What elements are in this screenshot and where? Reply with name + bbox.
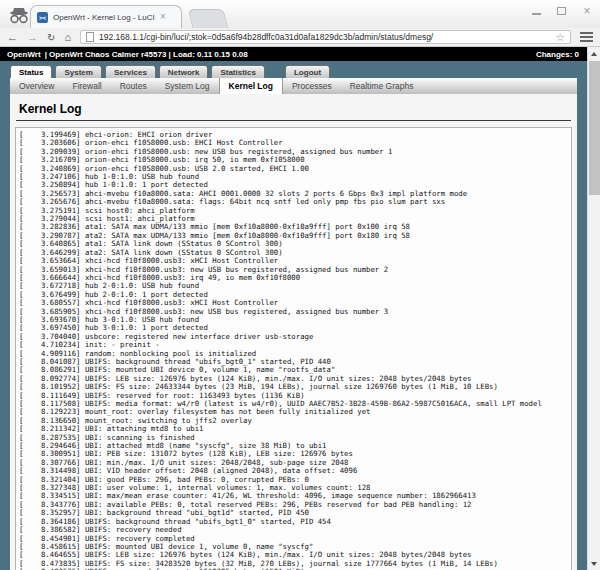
- luci-header: OpenWrt | OpenWrt Chaos Calmer r45573 | …: [0, 47, 600, 61]
- sub-tabs: OverviewFirewallRoutesSystem LogKernel L…: [10, 78, 577, 94]
- subtab-firewall[interactable]: Firewall: [63, 78, 110, 94]
- main-tabs: StatusSystemServicesNetworkStatisticsLog…: [10, 65, 333, 78]
- content-container: OverviewFirewallRoutesSystem LogKernel L…: [10, 78, 577, 570]
- content-area: Kernel Log: [10, 94, 577, 570]
- maximize-icon: [557, 7, 566, 15]
- subtab-overview[interactable]: Overview: [10, 78, 63, 94]
- window-minimize-button[interactable]: [530, 4, 544, 18]
- page-scrollbar[interactable]: [587, 47, 600, 570]
- window-maximize-button[interactable]: [555, 4, 569, 18]
- luci-header-info: | OpenWrt Chaos Calmer r45573 | Load: 0.…: [45, 50, 248, 59]
- tab-services[interactable]: Services: [105, 65, 156, 78]
- forward-icon[interactable]: →: [27, 32, 38, 43]
- browser-menu-icon[interactable]: [580, 32, 593, 42]
- changes-link[interactable]: Changes: 0: [536, 50, 579, 59]
- url-text[interactable]: 192.168.1.1/cgi-bin/luci/;stok=0d5a6f94b…: [99, 32, 550, 42]
- tab-status[interactable]: Status: [10, 65, 52, 78]
- window-close-button[interactable]: ×: [580, 4, 594, 18]
- reload-icon[interactable]: ↻: [47, 32, 55, 43]
- browser-tab[interactable]: >< OpenWrt - Kernel Log - LuCI ×: [30, 5, 182, 28]
- address-bar[interactable]: 192.168.1.1/cgi-bin/luci/;stok=0d5a6f94b…: [80, 30, 571, 44]
- subtab-system-log[interactable]: System Log: [156, 78, 219, 94]
- incognito-icon: [7, 7, 31, 24]
- page-document-icon: [86, 32, 94, 42]
- scroll-down-button[interactable]: [588, 557, 600, 570]
- luci-brand: OpenWrt: [7, 50, 41, 59]
- tab-close-icon[interactable]: ×: [160, 12, 166, 22]
- kernel-log-textarea[interactable]: [15, 127, 572, 570]
- browser-toolbar: ← → ↻ ⌂ 192.168.1.1/cgi-bin/luci/;stok=0…: [0, 28, 600, 47]
- tab-statistics[interactable]: Statistics: [211, 65, 265, 78]
- tab-system[interactable]: System: [55, 65, 101, 78]
- page-body: StatusSystemServicesNetworkStatisticsLog…: [0, 61, 600, 570]
- bookmark-star-icon[interactable]: ☆: [555, 32, 565, 43]
- subtab-realtime-graphs[interactable]: Realtime Graphs: [341, 78, 423, 94]
- tab-network[interactable]: Network: [159, 65, 209, 78]
- new-tab-button[interactable]: [188, 9, 229, 28]
- minimize-icon: [532, 13, 541, 15]
- subtab-kernel-log[interactable]: Kernel Log: [219, 78, 283, 94]
- arrow-up-icon: [591, 52, 597, 56]
- openwrt-favicon-icon: ><: [37, 12, 48, 23]
- home-icon[interactable]: ⌂: [64, 32, 71, 43]
- subtab-routes[interactable]: Routes: [111, 78, 156, 94]
- scrollbar-thumb[interactable]: [589, 61, 600, 195]
- browser-titlebar: >< OpenWrt - Kernel Log - LuCI × ×: [0, 0, 600, 28]
- heading-divider: [16, 120, 571, 121]
- subtab-processes[interactable]: Processes: [283, 78, 341, 94]
- back-icon[interactable]: ←: [7, 32, 18, 43]
- page-title: Kernel Log: [19, 102, 572, 116]
- browser-tab-title: OpenWrt - Kernel Log - LuCI: [53, 13, 157, 22]
- arrow-down-icon: [591, 562, 597, 566]
- tab-logout[interactable]: Logout: [285, 65, 330, 78]
- scroll-up-button[interactable]: [588, 47, 600, 60]
